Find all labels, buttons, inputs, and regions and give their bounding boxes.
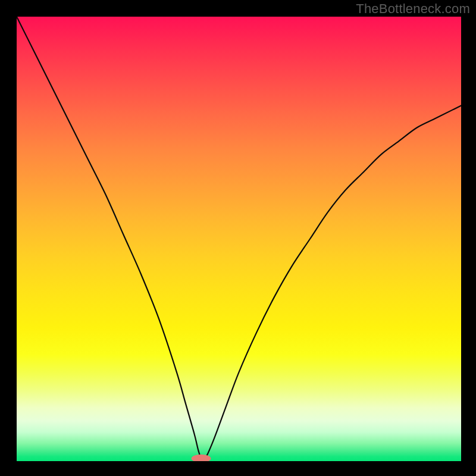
optimum-marker [192, 455, 211, 461]
bottleneck-curve-svg [17, 17, 461, 461]
chart-frame: TheBottleneck.com [0, 0, 476, 476]
plot-area [17, 17, 461, 461]
bottleneck-curve [17, 17, 461, 461]
watermark-text: TheBottleneck.com [356, 1, 470, 17]
